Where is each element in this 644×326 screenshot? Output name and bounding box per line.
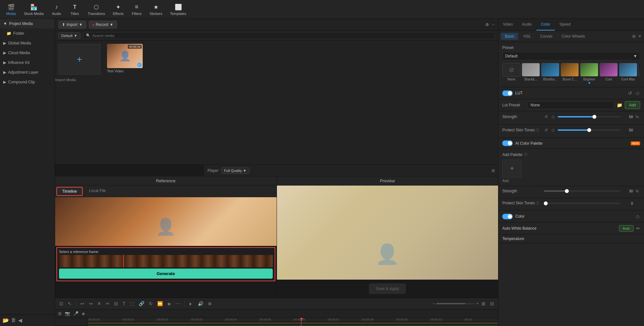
audio1-lane[interactable] [88, 325, 498, 326]
tl-split-icon[interactable]: ⊟ [113, 300, 120, 307]
subtab-hsl[interactable]: HSL [519, 33, 535, 40]
tl-link-icon[interactable]: 🔗 [137, 300, 146, 307]
strength-diamond-icon[interactable]: ◇ [551, 114, 555, 120]
test-video-thumb[interactable]: 👤 00:00:16 ✓ [107, 44, 143, 68]
zoom-in-icon[interactable]: + [476, 301, 479, 306]
zoom-bar[interactable] [436, 303, 475, 304]
save-apply-button[interactable]: Save & Apply [369, 284, 406, 294]
toolbar-stickers[interactable]: ★ Stickers [146, 2, 165, 17]
color-toggle[interactable] [502, 214, 513, 219]
import-media-placeholder[interactable]: + Import Media [55, 41, 104, 164]
tl-play-icon[interactable]: ⏵ [187, 300, 195, 307]
new-bin-icon[interactable]: 🗑 [11, 317, 16, 323]
search-input[interactable] [92, 34, 492, 38]
media-more-icon[interactable]: ··· [492, 22, 495, 27]
preset-dropdown[interactable]: Default ▼ [502, 52, 640, 60]
new-folder-icon[interactable]: 📂 [3, 317, 9, 323]
fullscreen-icon[interactable]: ⊞ [492, 168, 495, 173]
lut-preset-file-icon[interactable]: 📁 [617, 103, 622, 108]
tl-select-icon[interactable]: ↖ [66, 300, 73, 307]
tl-delete-icon[interactable]: ✕ [96, 300, 103, 307]
tl-cut-icon[interactable]: ✂ [104, 300, 111, 307]
tl-stabilize-icon[interactable]: ⊕ [206, 300, 213, 307]
tl2-mic-icon[interactable]: 🎤 [72, 310, 79, 317]
tab-color[interactable]: Color [536, 19, 555, 30]
preset-none[interactable]: ⊘ None [502, 63, 520, 84]
strength-thumb[interactable] [592, 115, 596, 119]
toolbar-audio[interactable]: ♪ Audio [48, 2, 65, 17]
sidebar-item-influence-kit[interactable]: ▶ Influence Kit [0, 58, 55, 67]
palette-skin-info-icon[interactable]: ⓘ [536, 201, 539, 205]
tab-timeline[interactable]: Timeline [56, 187, 83, 196]
tab-audio[interactable]: Audio [517, 19, 536, 30]
subtab-color-wheels[interactable]: Color Wheels [558, 33, 589, 40]
sidebar-item-global-media[interactable]: ▶ Global Media [0, 38, 55, 48]
subtab-curves[interactable]: Curves [536, 33, 556, 40]
tl-grid-icon[interactable]: ⊟ [488, 300, 495, 307]
tl-crop-icon[interactable]: ⬚ [128, 300, 136, 307]
subtab-expand-icon[interactable]: ⊞ [632, 34, 636, 39]
palette-skin-thumb[interactable] [544, 201, 548, 205]
palette-strength-slider[interactable] [544, 190, 621, 192]
lut-add-button[interactable]: Add [625, 101, 640, 109]
tl-audio-icon[interactable]: 🔊 [196, 300, 205, 307]
skin-diamond-icon[interactable]: ◇ [551, 127, 555, 133]
toolbar-media[interactable]: 🎬 Media [3, 2, 19, 17]
sidebar-item-folder[interactable]: 📁 Folder [0, 29, 55, 38]
auto-button[interactable]: Auto [619, 225, 634, 232]
lut-select-dropdown[interactable]: None [528, 101, 614, 109]
media-filter-icon[interactable]: ⚙ [485, 22, 489, 27]
media-sort-dropdown[interactable]: Default ▼ [58, 32, 80, 39]
tl-mask-icon[interactable]: ◈ [166, 300, 173, 307]
skin-thumb[interactable] [587, 128, 591, 132]
toolbar-transitions[interactable]: ⬡ Transitions [85, 2, 108, 17]
toolbar-templates[interactable]: ⬜ Templates [167, 2, 189, 17]
tl2-cam-icon[interactable]: 📷 [64, 310, 71, 317]
preset-blockbuster[interactable]: Blockbu... [541, 63, 559, 84]
sidebar-item-adjustment-layer[interactable]: ▶ Adjustment Layer [0, 67, 55, 77]
tl-rotate-icon[interactable]: ↻ [147, 300, 154, 307]
lut-edit-icon[interactable]: ◇ [635, 90, 640, 96]
strength-slider[interactable] [558, 116, 621, 117]
strength-reset-icon[interactable]: ↺ [544, 114, 548, 120]
subtab-settings-icon[interactable]: ✕ [638, 34, 641, 39]
tl-more-icon[interactable]: ⋯ [174, 300, 182, 307]
toolbar-stock-media[interactable]: 🏪 Stock Media [21, 2, 47, 17]
preset-boost[interactable]: Boost C... [561, 63, 579, 84]
subtab-basic[interactable]: Basic [501, 33, 518, 40]
tl-undo-icon[interactable]: ↩ [79, 300, 86, 307]
tab-video[interactable]: Video [498, 19, 517, 30]
tab-local-file[interactable]: Local File [84, 187, 111, 196]
protect-skin-slider[interactable] [558, 129, 621, 131]
collapse-sidebar-icon[interactable]: ◀ [18, 317, 22, 323]
tl2-marker-icon[interactable]: ◈ [81, 310, 86, 317]
tl-layout-icon[interactable]: ⊞ [480, 300, 487, 307]
preset-darken[interactable]: Darken [638, 63, 640, 84]
lut-toggle[interactable] [502, 91, 513, 96]
palette-add-box[interactable]: + [502, 160, 522, 177]
toolbar-titles[interactable]: T Titles [66, 2, 83, 17]
frame-strip[interactable] [59, 255, 273, 267]
record-button[interactable]: ● Record ▼ [89, 21, 117, 29]
auto-white-edit-icon[interactable]: ✏ [636, 226, 640, 231]
toolbar-filters[interactable]: ≡ Filters [128, 2, 145, 17]
playhead[interactable] [301, 318, 302, 322]
tab-speed[interactable]: Speed [555, 19, 575, 30]
tl-redo-icon[interactable]: ↪ [87, 300, 94, 307]
add-palette-info-icon[interactable]: ⓘ [524, 152, 527, 157]
tl-text-icon[interactable]: T [121, 300, 127, 307]
quality-dropdown[interactable]: Full Quality ▼ [221, 167, 249, 174]
lut-reset-icon[interactable]: ↺ [627, 90, 633, 96]
skin-reset-icon[interactable]: ↺ [544, 127, 548, 133]
color-edit-icon[interactable]: ◇ [635, 213, 640, 220]
preset-cool[interactable]: Cool [600, 63, 618, 84]
sidebar-item-compound-clip[interactable]: ▶ Compound Clip [0, 77, 55, 87]
sidebar-header-project-media[interactable]: ▼ Project Media [0, 19, 55, 29]
preset-cool-max[interactable]: Cool Max [619, 63, 637, 84]
preset-black[interactable]: Black&... [522, 63, 540, 84]
toolbar-effects[interactable]: ✦ Effects [110, 2, 127, 17]
tl-speed-icon[interactable]: ⏩ [156, 300, 164, 307]
sidebar-item-cloud-media[interactable]: ▶ Cloud Media [0, 48, 55, 58]
palette-strength-thumb[interactable] [565, 189, 569, 193]
palette-skin-slider[interactable] [544, 203, 621, 204]
